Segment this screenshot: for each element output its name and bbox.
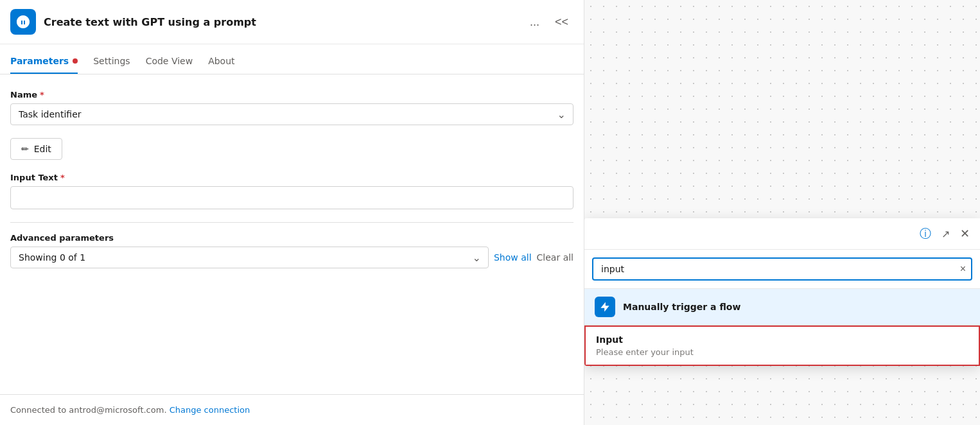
more-options-button[interactable]: ... bbox=[525, 13, 545, 31]
trigger-item[interactable]: Manually trigger a flow bbox=[584, 289, 980, 325]
edit-button-group: ✏ Edit bbox=[10, 138, 573, 160]
result-item-subtitle: Please enter your input bbox=[596, 347, 968, 357]
more-options-icon: ... bbox=[530, 15, 539, 29]
result-item-title: Input bbox=[596, 334, 968, 345]
tab-about-label: About bbox=[208, 56, 234, 66]
name-select[interactable]: Task identifier bbox=[10, 103, 573, 125]
input-text-required-star: * bbox=[60, 173, 65, 182]
search-input[interactable] bbox=[592, 257, 972, 281]
canvas-panel: ⓘ ↗ ✕ × Manually bbox=[584, 0, 980, 425]
form-content: Name * Task identifier ⌄ ✏ Edit Input Te… bbox=[0, 74, 584, 394]
show-all-button[interactable]: Show all bbox=[494, 252, 532, 263]
trigger-icon-box bbox=[595, 297, 615, 317]
form-divider bbox=[10, 222, 573, 223]
name-label: Name * bbox=[10, 90, 573, 100]
name-required-star: * bbox=[40, 90, 44, 100]
panel-title: Create text with GPT using a prompt bbox=[44, 16, 517, 28]
advanced-select-wrapper: Showing 0 of 1 ⌄ bbox=[10, 247, 489, 268]
tab-settings[interactable]: Settings bbox=[93, 49, 130, 74]
header-actions: ... << bbox=[525, 13, 573, 31]
clear-all-button[interactable]: Clear all bbox=[537, 252, 573, 263]
close-popup-button[interactable]: ✕ bbox=[958, 223, 972, 244]
collapse-icon: << bbox=[555, 15, 568, 29]
popup-panel: ⓘ ↗ ✕ × Manually bbox=[584, 218, 980, 366]
left-panel: Create text with GPT using a prompt ... … bbox=[0, 0, 584, 425]
search-clear-button[interactable]: × bbox=[960, 263, 966, 275]
tab-settings-label: Settings bbox=[93, 56, 130, 66]
tab-parameters[interactable]: Parameters bbox=[10, 49, 78, 74]
expand-icon: ↗ bbox=[941, 228, 950, 240]
advanced-select[interactable]: Showing 0 of 1 bbox=[10, 247, 489, 268]
name-field-group: Name * Task identifier ⌄ bbox=[10, 90, 573, 125]
tabs-bar: Parameters Settings Code View About bbox=[0, 49, 584, 74]
result-item[interactable]: Input Please enter your input bbox=[584, 325, 980, 366]
advanced-parameters-label: Advanced parameters bbox=[10, 233, 573, 243]
edit-pencil-icon: ✏ bbox=[21, 144, 29, 154]
search-clear-icon: × bbox=[960, 263, 966, 275]
collapse-button[interactable]: << bbox=[550, 13, 573, 31]
close-popup-icon: ✕ bbox=[960, 227, 970, 241]
connection-info: Connected to antrod@microsoft.com. Chang… bbox=[0, 394, 584, 425]
input-text-field-group: Input Text * bbox=[10, 173, 573, 209]
search-box: × bbox=[592, 257, 972, 281]
input-text-field[interactable] bbox=[10, 186, 573, 209]
parameters-dot bbox=[73, 58, 78, 64]
input-text-label: Input Text * bbox=[10, 173, 573, 182]
info-button[interactable]: ⓘ bbox=[917, 223, 934, 244]
tab-code-view-label: Code View bbox=[146, 56, 193, 66]
connection-text: Connected to antrod@microsoft.com. bbox=[10, 405, 167, 415]
name-select-wrapper: Task identifier ⌄ bbox=[10, 103, 573, 125]
tab-code-view[interactable]: Code View bbox=[146, 49, 193, 74]
edit-button[interactable]: ✏ Edit bbox=[10, 138, 62, 160]
tab-parameters-label: Parameters bbox=[10, 56, 69, 66]
change-connection-link[interactable]: Change connection bbox=[170, 405, 250, 415]
app-icon bbox=[10, 9, 36, 35]
advanced-parameters-section: Advanced parameters Showing 0 of 1 ⌄ Sho… bbox=[10, 233, 573, 268]
expand-button[interactable]: ↗ bbox=[939, 223, 952, 244]
tab-about[interactable]: About bbox=[208, 49, 234, 74]
panel-header: Create text with GPT using a prompt ... … bbox=[0, 0, 584, 44]
info-icon: ⓘ bbox=[920, 226, 931, 241]
trigger-label: Manually trigger a flow bbox=[623, 302, 740, 312]
advanced-controls: Showing 0 of 1 ⌄ Show all Clear all bbox=[10, 247, 573, 268]
popup-header: ⓘ ↗ ✕ bbox=[584, 218, 980, 250]
search-box-wrapper: × bbox=[584, 250, 980, 289]
